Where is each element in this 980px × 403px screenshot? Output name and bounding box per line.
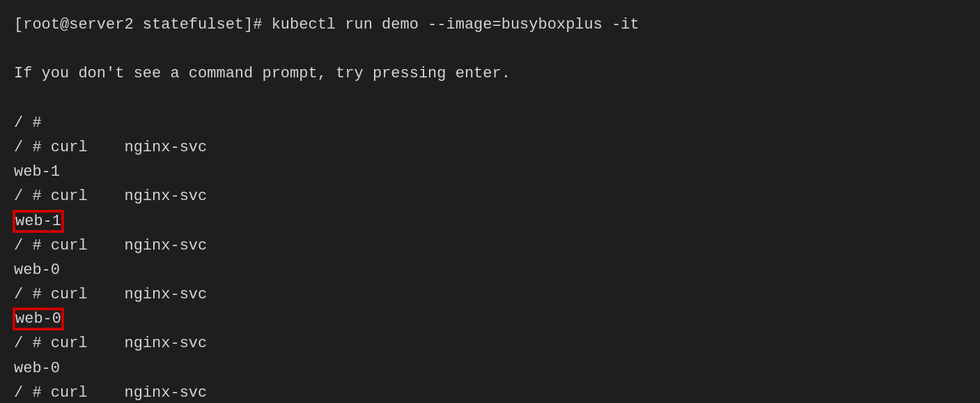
prompt-1: / #: [14, 111, 966, 135]
cmd-line: [root@server2 statefulset]# kubectl run …: [14, 13, 966, 37]
curl-5: / # curl nginx-svc: [14, 331, 966, 356]
web-0-b: web-0: [14, 307, 966, 331]
web-1-b-highlighted: web-1: [14, 211, 63, 231]
terminal-window: [root@server2 statefulset]# kubectl run …: [0, 0, 980, 403]
web-0-c: web-0: [14, 356, 966, 381]
curl-1: / # curl nginx-svc: [14, 135, 966, 160]
empty-line-3: [14, 86, 966, 111]
curl-2: / # curl nginx-svc: [14, 184, 966, 208]
web-0-b-highlighted: web-0: [14, 309, 63, 329]
web-0-a: web-0: [14, 258, 966, 282]
info-line: If you don't see a command prompt, try p…: [14, 61, 966, 86]
curl-4: / # curl nginx-svc: [14, 282, 966, 307]
web-1-a: web-1: [14, 160, 966, 184]
web-1-b: web-1: [14, 209, 966, 234]
curl-3: / # curl nginx-svc: [14, 234, 966, 258]
curl-6: / # curl nginx-svc: [14, 381, 966, 403]
empty-line-1: [14, 37, 966, 61]
